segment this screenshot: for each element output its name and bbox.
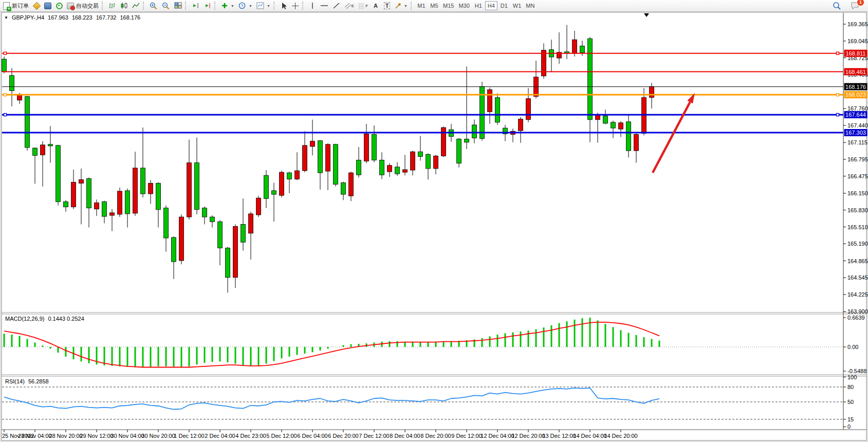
candle-body: [164, 208, 169, 238]
ohlc-close: 168.176: [120, 14, 140, 21]
candle-body: [33, 148, 38, 155]
candle-body: [241, 224, 246, 242]
candle-body: [156, 183, 161, 210]
candle-body: [195, 163, 199, 210]
candle-body: [256, 198, 261, 215]
line-handle[interactable]: [4, 114, 7, 116]
candle-body: [418, 152, 423, 156]
price-tick-label: 166.475: [847, 173, 868, 179]
date-tick-label: 14 Dec 20:00: [604, 433, 637, 439]
line-handle[interactable]: [837, 52, 839, 54]
candle-body: [472, 125, 477, 138]
price-tick-label: 164.865: [847, 258, 868, 264]
symbol-info-bar[interactable]: ▼ GBPJPY-,H4 167.963 168.223 167.732 168…: [4, 14, 140, 21]
date-tick-label: 30 Nov 04:00: [110, 433, 144, 439]
candle-body: [588, 39, 593, 120]
price-badge-label: 167.303: [845, 130, 866, 136]
candle-body: [310, 141, 315, 146]
price-badge-label: 167.644: [845, 112, 866, 118]
candle-body: [580, 46, 585, 52]
candle-body: [125, 191, 130, 214]
candle-body: [465, 139, 469, 142]
date-tick-label: 4 Dec 23:00: [235, 433, 266, 439]
candle-body: [519, 119, 523, 131]
date-tick-label: 6 Dec 20:00: [328, 433, 358, 439]
candle-body: [341, 183, 346, 195]
price-tick-label: 166.795: [847, 156, 868, 162]
candle-body: [495, 98, 500, 122]
rsi-value: 56.2858: [28, 378, 49, 384]
line-handle[interactable]: [4, 94, 7, 96]
candle-body: [403, 170, 408, 172]
symbol-dropdown-icon[interactable]: ▼: [4, 15, 8, 20]
date-tick-label: 30 Nov 20:00: [141, 433, 175, 439]
price-badge-label: 168.461: [845, 69, 866, 75]
rsi-name: RSI(14): [5, 378, 25, 384]
candle-body: [364, 134, 369, 161]
candle-body: [133, 168, 138, 213]
date-tick-label: 8 Dec 04:00: [390, 433, 420, 439]
candle-body: [387, 165, 392, 172]
candle-body: [2, 59, 7, 72]
candle-body: [650, 86, 654, 97]
candle-body: [334, 144, 338, 185]
line-handle[interactable]: [837, 94, 839, 96]
candle-body: [611, 122, 616, 128]
macd-values: 0.1443 0.2524: [48, 316, 84, 322]
rsi-label: RSI(14) 56.2858: [5, 378, 49, 384]
candle-body: [318, 141, 323, 173]
price-tick-label: 167.115: [847, 139, 867, 145]
date-tick-label: 14 Dec 04:00: [573, 433, 606, 439]
candle-body: [233, 227, 238, 278]
candle-body: [172, 237, 176, 262]
date-tick-label: 12 Dec 04:00: [481, 433, 514, 439]
candle-body: [441, 127, 446, 156]
price-tick-label: 163.900: [847, 308, 868, 315]
rsi-tick-label: 15: [847, 416, 854, 422]
candle-body: [17, 95, 22, 100]
candle-body: [596, 115, 600, 120]
candle-body: [380, 160, 384, 175]
candle-body: [95, 202, 99, 209]
date-tick-label: 6 Dec 04:00: [297, 433, 327, 439]
price-badge-label: 168.176: [845, 84, 866, 90]
macd-tick-label: -0.5488: [847, 368, 866, 374]
macd-tick-label: 0.6639: [847, 315, 865, 321]
candle-body: [395, 167, 400, 174]
rsi-tick-label: 0: [847, 423, 851, 430]
candle-body: [179, 217, 184, 261]
candle-body: [25, 97, 30, 148]
candle-body: [303, 145, 307, 171]
line-handle[interactable]: [4, 52, 7, 54]
date-tick-label: 28 Nov 04:00: [18, 433, 51, 439]
candle-body: [48, 144, 53, 146]
price-badge-label: 168.811: [846, 50, 866, 57]
candle-body: [411, 152, 415, 170]
price-tick-label: 165.190: [847, 241, 868, 247]
candle-body: [210, 217, 215, 222]
candle-body: [110, 213, 115, 215]
rsi-tick-label: 80: [847, 384, 854, 390]
price-tick-label: 164.225: [847, 291, 868, 298]
candle-body: [488, 89, 492, 112]
candle-body: [226, 248, 230, 277]
candle-body: [64, 201, 68, 207]
line-handle[interactable]: [837, 114, 839, 116]
price-badge-label: 168.023: [845, 91, 866, 98]
candle-body: [434, 156, 438, 169]
candle-body: [149, 183, 153, 194]
candle-body: [102, 201, 107, 216]
candle-body: [526, 99, 531, 120]
candle-body: [264, 175, 269, 198]
date-tick-label: 9 Dec 12:00: [451, 433, 482, 439]
candle-body: [249, 214, 253, 233]
candle-body: [202, 208, 207, 217]
candle-body: [87, 178, 91, 208]
ohlc-low: 167.732: [96, 14, 117, 21]
date-tick-label: 2 Dec 04:00: [205, 433, 235, 439]
price-tick-label: 164.545: [847, 274, 868, 281]
price-tick-label: 167.440: [847, 122, 868, 128]
macd-name: MACD(12,26,9): [5, 316, 44, 322]
candle-body: [118, 191, 122, 214]
candle-body: [79, 179, 84, 183]
